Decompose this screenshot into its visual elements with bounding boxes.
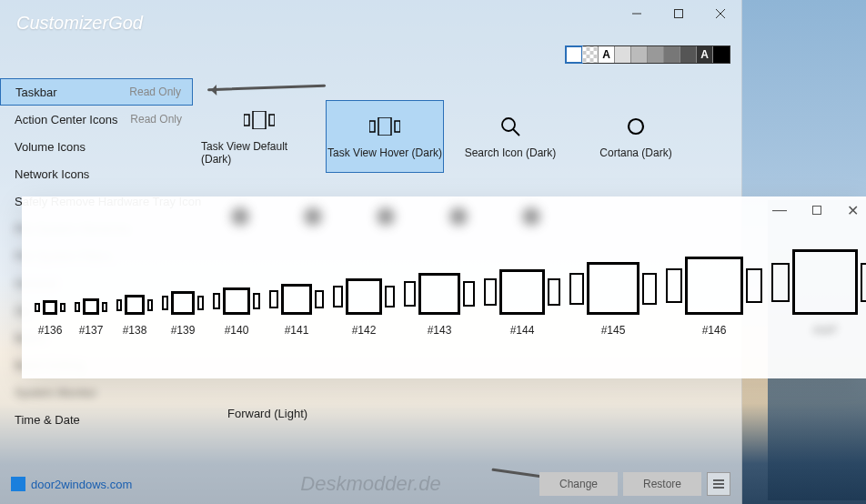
taskview-icon [666,257,762,315]
size-label: #145 [601,324,626,337]
taskview-icon [244,107,275,133]
sidebar-item[interactable]: Network Icons [0,160,193,187]
taskview-icon [162,291,204,315]
icon-cell-label: Cortana (Dark) [599,146,671,159]
maximize-button[interactable] [658,0,700,27]
size-label: #147 [813,324,838,337]
size-item[interactable]: #146 [666,257,762,337]
size-item[interactable]: #143 [404,273,475,337]
sidebar-item-label: Time & Date [15,413,80,427]
color-swatch[interactable] [582,46,599,63]
taskview-icon [213,287,260,315]
icon-cell[interactable]: Cortana (Dark) [577,100,695,173]
size-item[interactable]: #140 [213,287,260,337]
icon-cell-label: Forward (Light) [227,407,307,420]
svg-rect-5 [253,111,266,129]
sidebar-item[interactable]: System Monitor [0,378,193,406]
svg-point-12 [629,119,643,134]
brand-logo-icon [11,477,25,491]
icon-cell-label: Search Icon (Dark) [465,146,557,159]
bottom-bar: door2windows.com Deskmodder.de Change Re… [0,464,741,504]
color-swatch[interactable] [648,46,664,63]
sidebar-item-label: Volume Icons [15,140,86,154]
icon-cell[interactable]: Task View Default (Dark) [200,100,318,173]
brand-link[interactable]: door2windows.com [11,477,132,491]
color-swatch[interactable] [664,46,680,63]
popup-close-button[interactable]: ✕ [847,202,859,219]
color-swatch[interactable]: A [697,46,713,63]
icon-grid: Task View Default (Dark)Task View Hover … [200,100,734,173]
sidebar-item[interactable]: Action Center IconsRead Only [0,106,193,133]
size-label: #139 [171,324,196,337]
close-button[interactable] [700,0,741,27]
svg-rect-1 [675,10,683,18]
size-item[interactable]: #139 [162,291,204,337]
taskview-icon [484,269,560,315]
readonly-badge: Read Only [129,86,181,98]
icon-cell-label: Task View Hover (Dark) [327,146,442,159]
taskview-icon [35,300,65,315]
size-item[interactable]: #138 [116,295,153,337]
sidebar-item[interactable]: Volume Icons [0,133,193,160]
size-item[interactable]: #137 [75,298,107,337]
blurred-row [231,207,748,235]
window-controls [616,0,741,27]
size-item[interactable]: #144 [484,269,560,337]
readonly-badge: Read Only [130,113,182,126]
taskview-icon [569,262,657,315]
watermark-text: Deskmodder.de [300,472,440,496]
svg-point-10 [502,118,515,131]
titlebar: CustomizerGod [0,0,741,45]
color-swatch[interactable] [680,46,697,63]
color-swatch[interactable] [566,46,582,63]
size-label: #143 [428,324,452,337]
hamburger-menu-button[interactable] [707,472,730,496]
size-label: #141 [285,324,309,337]
action-buttons: Change Restore [539,472,730,496]
size-label: #146 [702,324,727,337]
size-preview-popup: — ✕ #136#137#138#139#140#141#142#143#144… [22,197,866,378]
icon-cell[interactable]: Task View Hover (Dark) [326,100,444,173]
svg-line-11 [513,129,519,136]
size-label: #144 [510,324,535,337]
taskview-icon [771,249,866,315]
restore-button[interactable]: Restore [623,472,701,496]
popup-maximize-button[interactable] [812,202,821,219]
sidebar-item-label: Taskbar [15,86,57,99]
svg-rect-4 [244,115,249,126]
size-item[interactable]: #145 [569,262,657,337]
size-label: #138 [123,324,147,337]
svg-rect-7 [369,121,375,132]
sidebar-item[interactable]: Time & Date [0,406,193,433]
size-item[interactable]: #147 [771,249,866,337]
size-label: #136 [38,324,63,337]
color-swatch[interactable] [713,46,730,63]
brand-label: door2windows.com [31,478,132,491]
taskview-icon [333,278,395,315]
size-label: #137 [79,324,104,337]
color-swatch[interactable]: A [599,46,615,63]
popup-window-controls: — ✕ [772,202,859,219]
size-label: #142 [352,324,377,337]
icon-cell[interactable]: Search Icon (Dark) [451,100,569,173]
popup-minimize-button[interactable]: — [772,202,787,219]
app-title: CustomizerGod [16,13,143,34]
taskview-icon [116,295,153,315]
color-swatch[interactable] [615,46,631,63]
sidebar-item-label: Network Icons [15,167,89,181]
color-swatch[interactable] [631,46,648,63]
svg-rect-9 [395,121,400,132]
size-item[interactable]: #142 [333,278,395,337]
cortana-icon [626,114,646,139]
size-item[interactable]: #136 [35,300,65,337]
sidebar-item[interactable]: TaskbarRead Only [0,78,193,106]
taskview-icon [404,273,475,315]
taskview-icon [269,284,324,315]
svg-rect-16 [813,207,821,215]
size-item[interactable]: #141 [269,284,324,337]
color-swatches: AA [565,45,730,64]
minimize-button[interactable] [616,0,658,27]
svg-rect-6 [269,115,275,126]
change-button[interactable]: Change [539,472,618,496]
sidebar-item-label: System Monitor [15,386,96,399]
